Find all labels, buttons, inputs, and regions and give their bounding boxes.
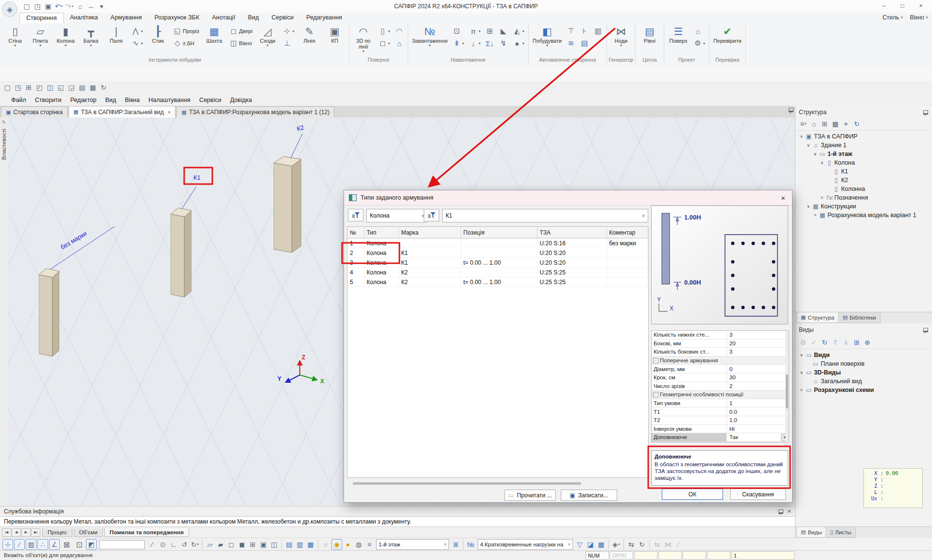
ribbon-tab[interactable]: Анотації xyxy=(206,13,242,23)
ribbon-small-button[interactable]: ⊤ xyxy=(565,26,577,36)
rotate-ccw-icon[interactable]: ↺ xyxy=(179,540,189,549)
ribbon-small-button[interactable]: ≋ xyxy=(565,38,577,49)
tree-item[interactable]: ∨▦Конструкции xyxy=(796,202,932,211)
close-button[interactable]: × xyxy=(912,0,930,12)
mark-filter-select[interactable]: К1˅ xyxy=(442,209,648,222)
read-button[interactable]: ▭ Прочитати ... xyxy=(504,490,556,501)
bulb-on-icon[interactable]: ● xyxy=(343,540,353,549)
ribbon-small-button[interactable]: ◠ xyxy=(394,26,405,36)
move-up-icon[interactable]: ⇑ xyxy=(830,338,840,347)
refresh-icon[interactable]: ↻ xyxy=(820,338,829,347)
ribbon-tab[interactable]: Аналітика xyxy=(64,13,104,23)
ribbon-tab[interactable]: Армування xyxy=(104,13,148,23)
tree-item[interactable]: ∨▣ТЗА в САПФИР xyxy=(796,132,932,141)
panel-tab[interactable]: ▤Бібліотеки xyxy=(838,312,880,323)
add-model-icon[interactable]: ▦ xyxy=(830,119,840,129)
tree-item[interactable]: ▯К2 xyxy=(796,176,932,185)
ribbon-button[interactable]: ✔Перевірити xyxy=(711,24,744,45)
cascade-icon[interactable]: ◰ xyxy=(35,83,44,92)
property-row[interactable]: Крок, см30 xyxy=(652,373,789,382)
ribbon-button[interactable]: ┳Балка▾ xyxy=(78,24,104,49)
nav-button[interactable]: ▶| xyxy=(31,528,40,537)
ribbon-small-button[interactable]: ⇟▾ xyxy=(451,38,466,49)
menu-item[interactable]: Сервіси xyxy=(195,97,226,103)
save-icon[interactable]: ▣ xyxy=(43,1,53,11)
property-value[interactable]: 0.0 xyxy=(727,407,789,416)
expand-icon[interactable]: ∨ xyxy=(812,152,818,156)
menu-item[interactable]: Налаштування xyxy=(144,97,194,103)
open-doc-icon[interactable]: ◳ xyxy=(13,83,23,92)
ribbon-button[interactable]: ▯Стіна▾ xyxy=(2,24,28,49)
ribbon-button[interactable]: ✎Лінія xyxy=(297,24,322,45)
property-value[interactable]: 3 xyxy=(727,331,789,339)
copy-window-icon[interactable]: ⊞ xyxy=(24,83,34,92)
ribbon-small-button[interactable]: ◣ xyxy=(498,26,509,36)
collapse-icon[interactable]: − xyxy=(653,392,658,397)
table-row[interactable]: 3КолонаК1t= 0.00 ... 1.00U:20 S:20 xyxy=(347,258,647,268)
dialog-title-bar[interactable]: Типи заданого армування × xyxy=(344,190,792,205)
nav-button[interactable]: ▶ xyxy=(21,528,31,537)
draw-angle-icon[interactable]: ∟ xyxy=(169,540,178,549)
table-horizontal-scrollbar[interactable] xyxy=(349,481,645,486)
move-down-icon[interactable]: ⇓ xyxy=(841,338,851,347)
view-left-icon[interactable]: ◻ xyxy=(226,540,236,549)
search-icon[interactable]: ⌖ xyxy=(841,119,851,129)
list-icon[interactable]: ▤ xyxy=(77,83,87,92)
filter-type-button[interactable] xyxy=(348,209,363,221)
ribbon-small-button[interactable]: ▯▾ xyxy=(377,26,392,36)
property-row[interactable]: Кількість бокових ст...3 xyxy=(652,348,789,356)
tile-icon[interactable]: ◫ xyxy=(45,83,55,92)
property-group-row[interactable]: −Поперечне армування xyxy=(652,356,789,365)
ribbon-button[interactable]: №Завантаження▾ xyxy=(410,24,450,49)
expand-icon[interactable]: ∨ xyxy=(798,353,805,357)
properties-grid[interactable]: Кількість нижніх сте...3Бокові, мм20Кіль… xyxy=(651,330,789,442)
menu-item[interactable]: Вікна xyxy=(121,97,144,103)
filter-table-icon[interactable]: ▦ xyxy=(596,540,606,549)
rotate-cw-icon[interactable]: ↻▾ xyxy=(190,540,200,549)
ribbon-small-button[interactable]: ↯ xyxy=(498,38,509,49)
reinforcement-table[interactable]: №ТипМаркаПозиціяТЗАКоментар1КолонаU:20 S… xyxy=(347,226,649,478)
ribbon-small-button[interactable]: ⋀▾ xyxy=(130,26,144,36)
tabbar-pin-icon[interactable] xyxy=(789,108,794,112)
filter-list-icon[interactable]: ≡▾ xyxy=(798,119,808,129)
sync-home-icon[interactable]: ⌂ xyxy=(75,1,85,11)
snap-angle-icon[interactable]: ∠ xyxy=(49,539,60,550)
coordinate-input[interactable] xyxy=(99,540,145,549)
expand-icon[interactable]: ∨ xyxy=(819,160,825,165)
move-icon[interactable]: ⇆ xyxy=(626,540,636,549)
customize-icon[interactable]: ▾ xyxy=(97,1,106,11)
ribbon-small-button[interactable]: ⊦ xyxy=(579,26,590,36)
property-value[interactable]: 3 xyxy=(727,348,789,356)
property-row[interactable]: ДоповнюючеТак▾ xyxy=(652,433,789,442)
view-right-icon[interactable]: ◼ xyxy=(237,540,247,549)
move-disabled-icon[interactable]: ⇆ xyxy=(652,540,662,549)
tree-item[interactable]: >▭Розрахункові схеми xyxy=(796,386,932,394)
property-value[interactable]: 0 xyxy=(727,365,789,373)
table-row[interactable]: 5КолонаК2t= 0.00 ... 1.00U:25 S:25 xyxy=(347,277,647,287)
property-row[interactable]: Кількість нижніх сте...3 xyxy=(652,331,789,339)
ribbon-small-button[interactable]: ◫Вікно xyxy=(228,38,254,49)
ribbon-small-button[interactable]: ⊡ xyxy=(451,26,466,36)
close-icon[interactable]: × xyxy=(779,194,787,202)
ribbon-button[interactable]: ∣Паля xyxy=(104,24,129,45)
expand-icon[interactable]: ∨ xyxy=(805,204,811,209)
ribbon-right-menu[interactable]: Вікно˅ xyxy=(910,14,929,21)
workplane-icon[interactable]: ◩ xyxy=(86,539,97,550)
view-section-icon[interactable]: ▣ xyxy=(259,540,268,549)
view-window-icon[interactable]: ◫ xyxy=(269,540,279,549)
cancel-button[interactable]: Скасування xyxy=(730,489,786,500)
ribbon-button[interactable]: ▣КП xyxy=(322,24,347,45)
redo-icon[interactable]: ↷▾ xyxy=(65,1,74,11)
table-column-header[interactable]: Коментар xyxy=(606,227,647,238)
filter-mark-button[interactable] xyxy=(424,209,439,221)
document-tab[interactable]: ▦ТЗА в САПФИР:Розрахункова модель варіан… xyxy=(176,106,334,118)
table-row[interactable]: 1КолонаU:20 S:16без марки xyxy=(347,238,647,248)
snap-intersection-icon[interactable]: ∕ xyxy=(14,539,25,550)
menu-item[interactable]: Створити xyxy=(31,97,66,103)
menu-item[interactable]: Вид xyxy=(101,97,121,103)
document-tab[interactable]: ▣Стартова сторінка xyxy=(1,106,68,118)
ribbon-small-button[interactable]: ●▾ xyxy=(511,38,526,49)
ribbon-small-button[interactable]: ⊹▾ xyxy=(281,26,296,36)
menu-item[interactable]: Редактор xyxy=(66,97,101,103)
unlock-icon[interactable]: ⊡ xyxy=(73,539,85,550)
